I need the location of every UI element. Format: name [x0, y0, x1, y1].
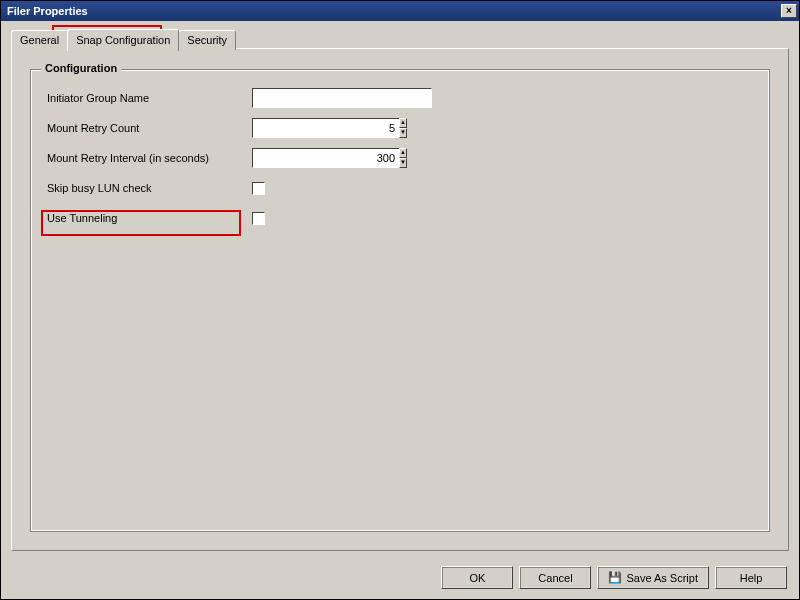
mount-retry-interval-input[interactable]	[252, 148, 399, 168]
client-area: General Snap Configuration Security Conf…	[1, 21, 799, 599]
skip-busy-lun-checkbox[interactable]	[252, 182, 265, 195]
tab-panel: Configuration Initiator Group Name Mount…	[11, 48, 789, 551]
mount-retry-count-label: Mount Retry Count	[47, 122, 252, 134]
initiator-group-label: Initiator Group Name	[47, 92, 252, 104]
row-mount-retry-interval: Mount Retry Interval (in seconds) ▲ ▼	[47, 148, 753, 168]
window-title: Filer Properties	[7, 5, 88, 17]
button-bar: OK Cancel 💾 Save As Script Help	[441, 566, 787, 589]
tab-strip: General Snap Configuration Security	[11, 29, 235, 50]
use-tunneling-label: Use Tunneling	[47, 212, 252, 224]
initiator-group-input[interactable]	[252, 88, 432, 108]
tab-security[interactable]: Security	[178, 30, 236, 50]
row-skip-busy-lun: Skip busy LUN check	[47, 178, 753, 198]
row-mount-retry-count: Mount Retry Count ▲ ▼	[47, 118, 753, 138]
dialog-window: Filer Properties × General Snap Configur…	[0, 0, 800, 600]
mount-retry-interval-down[interactable]: ▼	[399, 158, 407, 168]
use-tunneling-checkbox[interactable]	[252, 212, 265, 225]
titlebar: Filer Properties ×	[1, 1, 799, 21]
mount-retry-count-up[interactable]: ▲	[399, 118, 407, 128]
mount-retry-interval-up[interactable]: ▲	[399, 148, 407, 158]
skip-busy-lun-label: Skip busy LUN check	[47, 182, 252, 194]
mount-retry-count-stepper: ▲ ▼	[252, 118, 352, 138]
close-button[interactable]: ×	[781, 4, 797, 18]
tab-general[interactable]: General	[11, 30, 68, 50]
mount-retry-count-down[interactable]: ▼	[399, 128, 407, 138]
cancel-button[interactable]: Cancel	[519, 566, 591, 589]
configuration-group: Configuration Initiator Group Name Mount…	[30, 69, 770, 532]
mount-retry-interval-label: Mount Retry Interval (in seconds)	[47, 152, 252, 164]
row-use-tunneling: Use Tunneling	[47, 208, 753, 228]
mount-retry-interval-stepper: ▲ ▼	[252, 148, 352, 168]
tab-snap-configuration[interactable]: Snap Configuration	[67, 29, 179, 51]
save-as-script-label: Save As Script	[626, 572, 698, 584]
group-legend: Configuration	[41, 62, 121, 74]
help-button[interactable]: Help	[715, 566, 787, 589]
save-icon: 💾	[608, 571, 622, 584]
save-as-script-button[interactable]: 💾 Save As Script	[597, 566, 709, 589]
row-initiator-group: Initiator Group Name	[47, 88, 753, 108]
mount-retry-count-input[interactable]	[252, 118, 399, 138]
close-icon: ×	[786, 5, 792, 16]
ok-button[interactable]: OK	[441, 566, 513, 589]
